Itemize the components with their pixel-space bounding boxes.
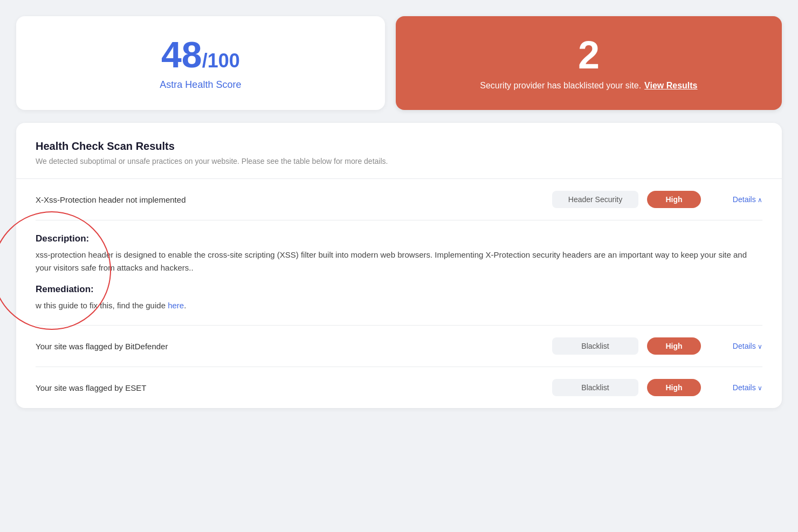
row-3-name: Your site was flagged by ESET <box>36 383 552 392</box>
remediation-text: w this guide to fix this, find the guide… <box>36 299 762 312</box>
score-label: Astra Health Score <box>160 79 241 91</box>
remediation-link[interactable]: here <box>168 301 184 310</box>
row-3-details-button[interactable]: Details <box>714 383 762 392</box>
description-label: Description: <box>36 233 762 244</box>
row-3-category: Blacklist <box>552 379 638 396</box>
results-card: Health Check Scan Results We detected su… <box>16 123 782 408</box>
remediation-label: Remediation: <box>36 284 762 295</box>
row-2-details-button[interactable]: Details <box>714 342 762 350</box>
top-cards-section: 48/100 Astra Health Score 2 Security pro… <box>16 16 782 110</box>
health-score-card: 48/100 Astra Health Score <box>16 16 385 110</box>
scan-row-2: Your site was flagged by BitDefender Bla… <box>36 326 762 367</box>
view-results-link[interactable]: View Results <box>644 81 697 90</box>
score-number: 48 <box>161 34 202 75</box>
scan-row-3: Your site was flagged by ESET Blacklist … <box>36 367 762 408</box>
description-text: xss-protection header is designed to ena… <box>36 248 762 274</box>
row-1-name: X-Xss-Protection header not implemented <box>36 195 552 204</box>
row-1-category: Header Security <box>552 191 638 208</box>
blacklist-card: 2 Security provider has blacklisted your… <box>396 16 782 110</box>
row-1-wrapper: X-Xss-Protection header not implemented … <box>36 179 762 326</box>
results-subtitle: We detected suboptimal or unsafe practic… <box>36 157 762 165</box>
row-3-severity: High <box>647 379 701 396</box>
scan-row-1: X-Xss-Protection header not implemented … <box>36 179 762 220</box>
score-value: 48/100 <box>161 36 240 73</box>
row-1-severity: High <box>647 191 701 208</box>
row-2-name: Your site was flagged by BitDefender <box>36 342 552 351</box>
row-2-category: Blacklist <box>552 337 638 355</box>
results-title: Health Check Scan Results <box>36 140 762 153</box>
blacklist-text: Security provider has blacklisted your s… <box>480 81 697 91</box>
row-1-details-button[interactable]: Details <box>714 195 762 204</box>
row-1-expanded: Description: xss-protection header is de… <box>36 220 762 326</box>
row-2-severity: High <box>647 337 701 355</box>
results-header: Health Check Scan Results We detected su… <box>36 140 762 165</box>
blacklist-count: 2 <box>578 36 600 74</box>
score-out-of: /100 <box>202 50 240 72</box>
